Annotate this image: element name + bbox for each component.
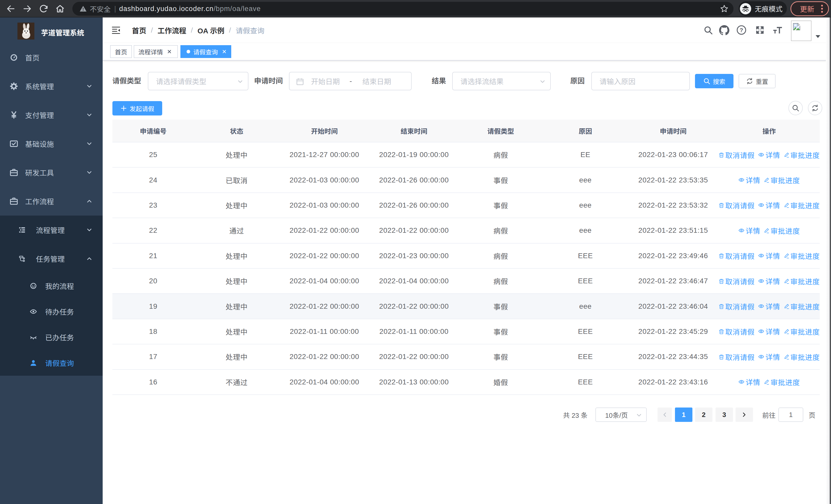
svg-text:?: ? (740, 27, 743, 33)
